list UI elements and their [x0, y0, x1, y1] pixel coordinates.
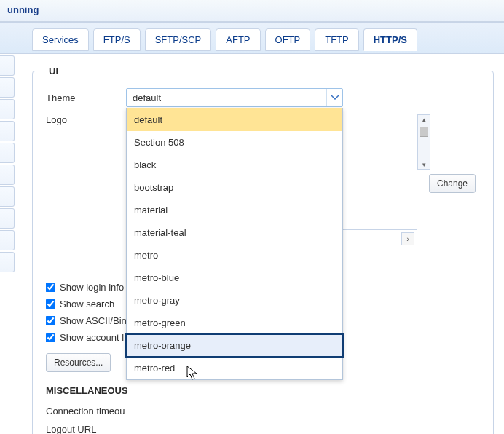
- left-stub[interactable]: [0, 230, 15, 250]
- tab-services[interactable]: Services: [32, 28, 89, 51]
- theme-input[interactable]: [127, 92, 326, 103]
- tab-tftp[interactable]: TFTP: [315, 28, 359, 51]
- theme-option[interactable]: black: [127, 154, 342, 176]
- theme-option[interactable]: material-teal: [127, 221, 342, 244]
- tab-ftps[interactable]: FTP/S: [93, 28, 141, 51]
- theme-label: Theme: [46, 92, 126, 103]
- theme-dropdown[interactable]: defaultSection 508blackbootstrapmaterial…: [126, 108, 343, 380]
- tab-sftp-scp[interactable]: SFTP/SCP: [145, 28, 212, 51]
- tab-aftp[interactable]: AFTP: [216, 28, 260, 51]
- scroll-up-icon[interactable]: ▴: [418, 115, 430, 124]
- left-stub[interactable]: [0, 143, 15, 163]
- left-stub[interactable]: [0, 77, 15, 98]
- checkbox-label: Show login info: [60, 282, 124, 293]
- left-stub[interactable]: [0, 55, 15, 76]
- theme-option[interactable]: metro-orange: [127, 334, 342, 357]
- chevron-down-icon[interactable]: [326, 89, 342, 106]
- arrow-right-icon[interactable]: ›: [401, 232, 414, 245]
- left-stub[interactable]: [0, 252, 15, 272]
- checkbox-label: Show search: [60, 299, 114, 309]
- tab-oftp[interactable]: OFTP: [265, 28, 311, 51]
- checkbox[interactable]: [46, 283, 56, 293]
- status-banner: unning: [0, 0, 504, 22]
- left-stub[interactable]: [0, 165, 15, 185]
- theme-option[interactable]: bootstrap: [127, 176, 342, 199]
- checkbox[interactable]: [46, 316, 56, 326]
- logout-url-label: Logout URL: [46, 424, 139, 434]
- left-stub[interactable]: [0, 208, 15, 229]
- change-button[interactable]: Change: [429, 174, 476, 193]
- misc-heading: MISCELLANEOUS: [46, 385, 480, 398]
- left-stub[interactable]: [0, 99, 15, 119]
- checkbox-label: Show account lin: [60, 332, 131, 343]
- checkbox[interactable]: [46, 333, 56, 343]
- theme-option[interactable]: metro-red: [127, 357, 342, 379]
- left-rail-stubs: [0, 55, 15, 274]
- left-stub[interactable]: [0, 121, 15, 141]
- resources-button[interactable]: Resources...: [46, 353, 111, 372]
- theme-combobox[interactable]: [126, 88, 343, 107]
- scroll-thumb[interactable]: [420, 127, 428, 137]
- tabs-strip: Services FTP/S SFTP/SCP AFTP OFTP TFTP H…: [0, 22, 504, 54]
- checkbox-label: Show ASCII/Binar: [60, 315, 135, 326]
- checkbox[interactable]: [46, 299, 56, 309]
- theme-option[interactable]: Section 508: [127, 131, 342, 154]
- logo-scrollbar[interactable]: ▴ ▾: [417, 114, 430, 170]
- status-text: unning: [7, 4, 39, 15]
- ui-fieldset: UI Theme defaultSection 508blackbootstra…: [32, 66, 494, 434]
- theme-option[interactable]: metro: [127, 244, 342, 267]
- theme-option[interactable]: metro-gray: [127, 289, 342, 312]
- theme-option[interactable]: metro-green: [127, 312, 342, 334]
- scroll-down-icon[interactable]: ▾: [418, 160, 430, 169]
- ui-legend: UI: [46, 66, 61, 76]
- theme-option[interactable]: default: [127, 108, 342, 131]
- logo-label: Logo: [46, 114, 126, 125]
- tab-https[interactable]: HTTP/S: [363, 28, 417, 51]
- theme-option[interactable]: metro-blue: [127, 267, 342, 289]
- connection-timeout-label: Connection timeou: [46, 406, 139, 417]
- left-stub[interactable]: [0, 186, 15, 207]
- theme-option[interactable]: material: [127, 199, 342, 221]
